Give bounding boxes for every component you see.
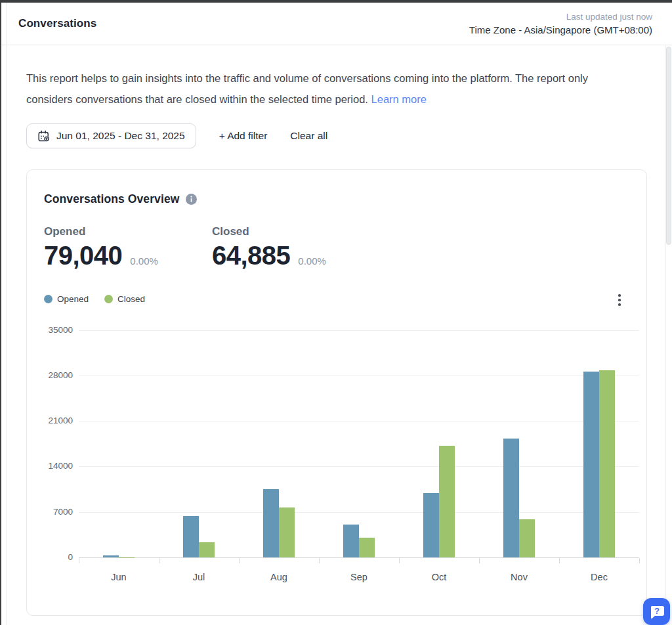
bar-opened-oct[interactable] — [423, 493, 439, 557]
bar-closed-sep[interactable] — [359, 538, 375, 557]
gridline-0 — [79, 557, 639, 558]
date-range-picker[interactable]: Jun 01, 2025 - Dec 31, 2025 — [26, 123, 196, 148]
x-axis-tick — [239, 558, 240, 563]
bar-chart: 0700014000210002800035000JunJulAugSepOct… — [27, 170, 646, 615]
report-description: This report helps to gain insights into … — [26, 68, 629, 110]
window-left-edge — [0, 0, 1, 625]
x-axis-label-jun: Jun — [89, 572, 148, 582]
x-axis-tick — [79, 558, 79, 563]
x-axis-tick — [639, 558, 640, 563]
help-chat-bubble-icon: ? — [649, 604, 665, 619]
gridline-14000 — [79, 466, 639, 467]
description-text: This report helps to gain insights into … — [26, 72, 588, 105]
scrollbar-thumb[interactable] — [666, 47, 671, 245]
page-title: Conversations — [18, 17, 96, 30]
x-axis-label-nov: Nov — [490, 572, 549, 582]
gridline-35000 — [79, 330, 639, 331]
bar-closed-dec[interactable] — [599, 370, 615, 557]
bar-closed-aug[interactable] — [279, 507, 295, 557]
bar-opened-nov[interactable] — [503, 439, 519, 557]
x-axis-tick — [399, 558, 400, 563]
y-axis-label-7000: 7000 — [32, 507, 73, 517]
bar-opened-jun[interactable] — [103, 555, 119, 557]
bar-opened-sep[interactable] — [343, 525, 359, 557]
x-axis-label-sep: Sep — [329, 572, 388, 582]
x-axis-tick — [159, 558, 159, 563]
bar-closed-jul[interactable] — [199, 542, 215, 557]
scrollbar-track[interactable] — [665, 45, 672, 625]
gridline-28000 — [79, 376, 639, 376]
window-top-strip — [0, 0, 672, 3]
y-axis-label-14000: 14000 — [32, 461, 73, 471]
help-button[interactable]: ? — [643, 598, 670, 625]
gridline-21000 — [79, 421, 639, 421]
conversations-overview-card: Conversations Overview Opened 79,040 0.0… — [26, 169, 647, 616]
gridline-7000 — [79, 512, 639, 513]
x-axis-tick — [319, 558, 320, 563]
x-axis-tick — [559, 558, 560, 563]
y-axis-label-28000: 28000 — [32, 370, 73, 380]
page-header: Conversations Last updated just now Time… — [0, 3, 672, 45]
clear-all-button[interactable]: Clear all — [290, 130, 327, 142]
bar-opened-dec[interactable] — [583, 372, 599, 557]
filter-controls: Jun 01, 2025 - Dec 31, 2025 + Add filter… — [26, 123, 327, 148]
svg-text:?: ? — [654, 607, 660, 616]
bar-opened-aug[interactable] — [263, 489, 279, 557]
x-axis-tick — [479, 558, 480, 563]
date-range-label: Jun 01, 2025 - Dec 31, 2025 — [56, 130, 185, 142]
timezone-text: Time Zone - Asia/Singapore (GMT+08:00) — [469, 23, 652, 37]
bar-opened-jul[interactable] — [183, 516, 199, 557]
y-axis-label-0: 0 — [32, 552, 73, 562]
last-updated-text: Last updated just now — [469, 11, 652, 23]
bar-closed-oct[interactable] — [439, 446, 455, 557]
y-axis-label-21000: 21000 — [32, 416, 73, 425]
x-axis-label-aug: Aug — [249, 572, 308, 582]
bar-closed-nov[interactable] — [519, 519, 535, 557]
report-page: Conversations Last updated just now Time… — [0, 0, 672, 625]
header-meta: Last updated just now Time Zone - Asia/S… — [469, 11, 652, 37]
x-axis-label-jul: Jul — [169, 572, 228, 582]
add-filter-button[interactable]: + Add filter — [219, 130, 268, 142]
calendar-plus-icon — [37, 130, 50, 142]
x-axis-label-dec: Dec — [570, 572, 629, 582]
learn-more-link[interactable]: Learn more — [371, 93, 427, 105]
content-panel-border — [7, 3, 7, 625]
y-axis-label-35000: 35000 — [32, 325, 73, 335]
x-axis-label-oct: Oct — [410, 572, 469, 582]
